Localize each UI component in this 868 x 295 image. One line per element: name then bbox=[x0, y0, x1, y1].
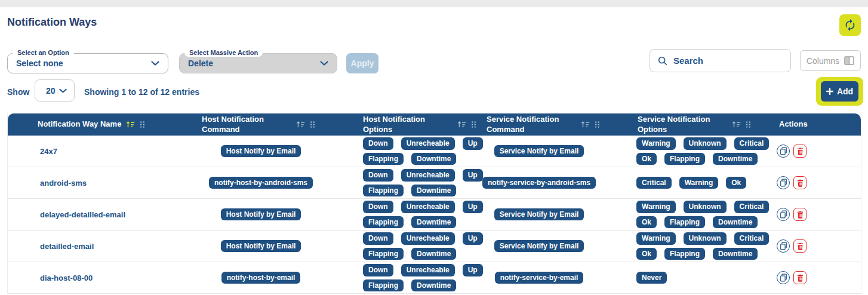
notification-way-name-link[interactable]: android-sms bbox=[8, 167, 197, 198]
table-row: delayed-detailled-email Host Notify by E… bbox=[8, 199, 861, 231]
drag-handle-icon[interactable] bbox=[471, 121, 476, 128]
option-select[interactable]: Select an Option Select none bbox=[7, 53, 168, 73]
delete-button[interactable] bbox=[793, 145, 807, 158]
sort-asc-icon[interactable] bbox=[457, 121, 466, 128]
option-badge-line: OkFlappingDowntime bbox=[636, 248, 761, 260]
notification-way-name-link[interactable]: delayed-detailled-email bbox=[8, 199, 197, 230]
plus-icon bbox=[826, 88, 833, 95]
table-row: dia-host-08-00 notify-host-by-email Down… bbox=[8, 262, 861, 294]
option-badge-line: WarningUnknownCritical bbox=[636, 232, 761, 244]
notification-way-name-link[interactable]: 24x7 bbox=[8, 136, 197, 167]
massive-action-select[interactable]: Select Massive Action Delete bbox=[179, 53, 337, 73]
option-badge-line: FlappingDowntime bbox=[363, 185, 484, 196]
column-header-host-notification-options[interactable]: Host Notification Options bbox=[334, 113, 484, 136]
duplicate-button[interactable] bbox=[777, 145, 790, 158]
column-header-actions: Actions bbox=[761, 113, 861, 136]
column-header-service-notification-command[interactable]: Service Notification Command bbox=[484, 113, 621, 136]
option-badge: Ok bbox=[636, 248, 657, 260]
service-command-cell: notify-service-by-email bbox=[484, 262, 621, 293]
option-badge: Critical bbox=[636, 177, 672, 189]
sort-asc-icon[interactable] bbox=[126, 121, 135, 128]
trash-icon bbox=[797, 274, 804, 282]
massive-action-label: Select Massive Action bbox=[184, 48, 263, 57]
sort-asc-icon[interactable] bbox=[732, 121, 741, 128]
drag-handle-icon[interactable] bbox=[595, 121, 600, 128]
option-badge: Downtime bbox=[411, 279, 456, 291]
delete-button[interactable] bbox=[793, 176, 807, 189]
search-input[interactable] bbox=[673, 56, 784, 66]
drag-handle-icon[interactable] bbox=[310, 121, 315, 128]
host-options-cell: DownUnrecheableUpFlappingDowntime bbox=[334, 231, 484, 262]
duplicate-button[interactable] bbox=[777, 208, 790, 221]
notification-ways-table: Notification Way Name Host Notification … bbox=[7, 113, 861, 294]
search-box[interactable] bbox=[650, 49, 791, 72]
duplicate-button[interactable] bbox=[777, 239, 790, 253]
option-badge: Up bbox=[463, 232, 483, 244]
duplicate-button[interactable] bbox=[777, 271, 790, 284]
add-button-highlight: Add bbox=[816, 77, 863, 106]
actions-cell bbox=[761, 199, 861, 230]
column-header-notification-way-name[interactable]: Notification Way Name bbox=[8, 113, 197, 136]
host-command-cell: Host Notify by Email bbox=[197, 231, 334, 262]
host-command-badge: Host Notify by Email bbox=[221, 208, 301, 220]
option-badge: Ok bbox=[636, 153, 657, 165]
option-badge: Downtime bbox=[411, 248, 456, 260]
column-label: Host Notification Command bbox=[202, 115, 291, 134]
option-badge: Downtime bbox=[411, 153, 456, 165]
actions-cell bbox=[761, 167, 861, 198]
table-row: detailled-email Host Notify by Email Dow… bbox=[8, 231, 861, 262]
top-band bbox=[0, 0, 868, 7]
option-badge: Down bbox=[363, 264, 393, 276]
table-row: 24x7 Host Notify by Email DownUnrecheabl… bbox=[8, 136, 861, 167]
option-badge: Flapping bbox=[363, 279, 404, 291]
option-badge: Flapping bbox=[363, 248, 404, 260]
duplicate-button[interactable] bbox=[777, 176, 790, 189]
apply-button[interactable]: Apply bbox=[346, 53, 378, 73]
chevron-down-icon bbox=[151, 61, 159, 66]
host-command-badge: notify-host-by-android-sms bbox=[209, 177, 313, 189]
service-command-badge: notify-service-by-android-sms bbox=[482, 177, 596, 189]
option-badge-line: DownUnrecheableUp bbox=[363, 137, 484, 149]
option-badge-line: FlappingDowntime bbox=[363, 248, 484, 260]
option-badge: Flapping bbox=[363, 153, 404, 165]
trash-icon bbox=[797, 179, 804, 187]
drag-handle-icon[interactable] bbox=[140, 121, 145, 128]
actions-cell bbox=[761, 231, 861, 262]
delete-button[interactable] bbox=[793, 208, 807, 221]
column-header-host-notification-command[interactable]: Host Notification Command bbox=[197, 113, 334, 136]
add-button[interactable]: Add bbox=[821, 81, 858, 102]
add-button-label: Add bbox=[837, 87, 853, 96]
option-badge: Downtime bbox=[713, 216, 758, 228]
delete-button[interactable] bbox=[793, 271, 807, 284]
service-command-cell: Service Notify by Email bbox=[484, 136, 621, 167]
refresh-button[interactable] bbox=[839, 14, 861, 36]
drag-handle-icon[interactable] bbox=[746, 121, 751, 128]
option-badge-line: OkFlappingDowntime bbox=[636, 216, 761, 228]
notification-way-name-link[interactable]: detailled-email bbox=[8, 231, 197, 262]
column-header-service-notification-options[interactable]: Service Notification Options bbox=[621, 113, 761, 136]
option-badge: Unrecheable bbox=[401, 137, 455, 149]
columns-button-label: Columns bbox=[807, 56, 839, 66]
service-command-cell: notify-service-by-android-sms bbox=[484, 167, 621, 198]
columns-button[interactable]: Columns bbox=[800, 50, 861, 71]
page-size-select[interactable]: 20 bbox=[35, 79, 75, 102]
column-label: Service Notification Command bbox=[487, 115, 576, 134]
sort-asc-icon[interactable] bbox=[296, 121, 305, 128]
service-command-cell: Service Notify by Email bbox=[484, 199, 621, 230]
duplicate-icon bbox=[780, 147, 787, 155]
option-badge: Down bbox=[363, 169, 393, 181]
duplicate-icon bbox=[780, 274, 787, 282]
option-badge: Unknown bbox=[684, 232, 727, 244]
notification-way-name-link[interactable]: dia-host-08-00 bbox=[8, 262, 197, 293]
duplicate-icon bbox=[780, 242, 787, 250]
page-size-value: 20 bbox=[46, 86, 56, 96]
host-options-cell: DownUnrecheableUpFlappingDowntime bbox=[334, 136, 484, 167]
option-badge: Warning bbox=[636, 137, 676, 149]
option-badge-line: DownUnrecheableUp bbox=[363, 169, 484, 181]
service-options-cell: Never bbox=[621, 262, 761, 293]
option-select-value: Select none bbox=[16, 59, 63, 68]
sort-asc-icon[interactable] bbox=[581, 121, 590, 128]
option-badge: Ok bbox=[636, 216, 657, 228]
delete-button[interactable] bbox=[793, 239, 807, 253]
table-body: 24x7 Host Notify by Email DownUnrecheabl… bbox=[8, 136, 861, 294]
